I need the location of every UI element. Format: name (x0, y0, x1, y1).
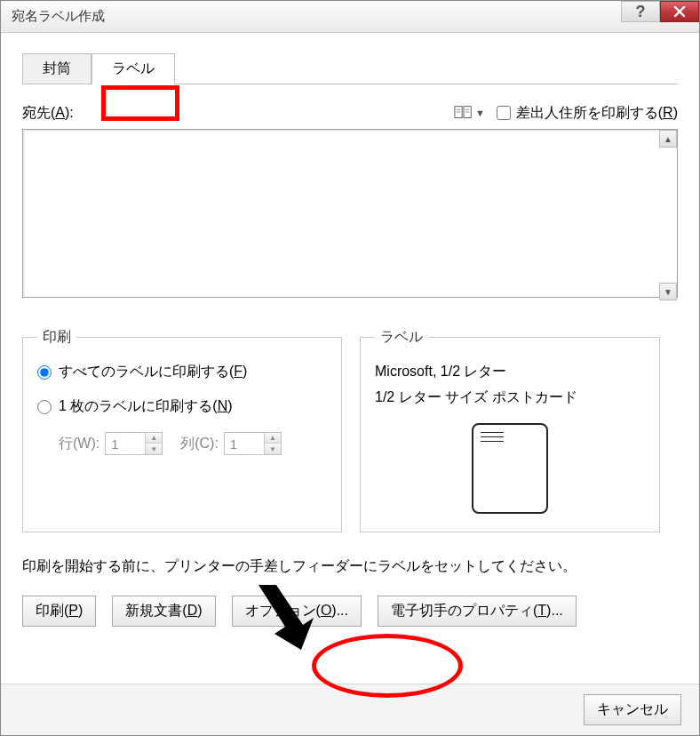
close-icon (673, 5, 686, 18)
row-input[interactable] (106, 433, 145, 454)
col-spinner[interactable]: ▲▼ (224, 432, 282, 455)
label-groupbox: ラベル Microsoft, 1/2 レター 1/2 レター サイズ ポストカー… (360, 328, 660, 532)
print-legend: 印刷 (37, 328, 76, 347)
col-spin-buttons[interactable]: ▲▼ (264, 433, 281, 454)
sender-address-label: 差出人住所を印刷する(R) (516, 104, 678, 123)
col-input[interactable] (225, 433, 264, 454)
labels-dialog: 宛名ラベル作成 ? 封筒 ラベル 宛先(A): (0, 0, 700, 736)
row-spinner[interactable]: ▲▼ (105, 432, 163, 455)
instruction-text: 印刷を開始する前に、プリンターの手差しフィーダーにラベルをセットしてください。 (22, 557, 678, 576)
col-label: 列(C): (180, 435, 219, 453)
tab-label[interactable]: ラベル (91, 53, 175, 84)
print-all-radio[interactable] (37, 365, 52, 380)
titlebar: 宛名ラベル作成 ? (1, 1, 699, 33)
new-document-button[interactable]: 新規文書(D) (112, 596, 215, 627)
help-button[interactable]: ? (621, 1, 660, 22)
cancel-button[interactable]: キャンセル (584, 694, 681, 725)
print-single-row: 1 枚のラベルに印刷する(N) (37, 397, 327, 416)
print-single-radio[interactable] (37, 400, 52, 414)
dialog-title: 宛名ラベル作成 (12, 8, 105, 25)
dialog-footer: キャンセル (1, 684, 699, 735)
print-single-label: 1 枚のラベルに印刷する(N) (59, 397, 233, 416)
label-legend: ラベル (375, 328, 428, 347)
tab-envelope[interactable]: 封筒 (22, 53, 91, 84)
label-vendor: Microsoft, 1/2 レター (375, 363, 645, 381)
print-button[interactable]: 印刷(P) (22, 596, 96, 627)
scroll-up-button[interactable]: ▲ (659, 130, 677, 148)
print-all-row: すべてのラベルに印刷する(F) (37, 363, 327, 381)
print-groupbox: 印刷 すべてのラベルに印刷する(F) 1 枚のラベルに印刷する(N) 行(W): (22, 328, 342, 532)
options-button[interactable]: オプション(O)... (232, 596, 362, 627)
address-book-button[interactable]: ▼ (449, 102, 489, 124)
row-spin-buttons[interactable]: ▲▼ (145, 433, 162, 454)
sender-address-checkbox-row: 差出人住所を印刷する(R) (497, 104, 678, 123)
print-all-label: すべてのラベルに印刷する(F) (59, 363, 247, 381)
sender-address-checkbox[interactable] (497, 106, 511, 120)
row-label: 行(W): (59, 435, 99, 453)
dropdown-arrow-icon: ▼ (475, 108, 485, 118)
close-button[interactable] (660, 1, 699, 22)
label-product: 1/2 レター サイズ ポストカード (375, 388, 645, 407)
scroll-down-button[interactable]: ▼ (659, 283, 677, 300)
address-textarea[interactable] (22, 129, 678, 298)
label-preview-icon (472, 423, 548, 514)
address-label: 宛先(A): (22, 104, 74, 123)
e-postage-properties-button[interactable]: 電子切手のプロパティ(T)... (378, 596, 577, 627)
address-book-icon (454, 105, 473, 121)
tab-strip: 封筒 ラベル (22, 52, 678, 84)
